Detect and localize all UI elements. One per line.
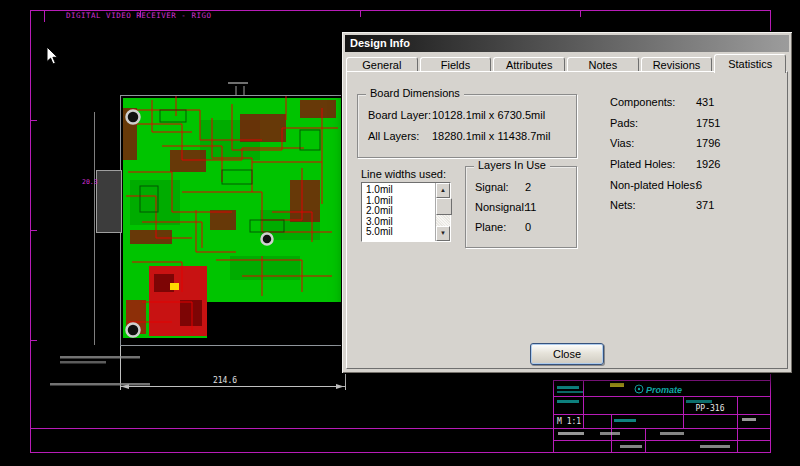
stat-value: 6 — [696, 179, 702, 191]
stat-components: Components: 431 — [610, 96, 782, 117]
list-item[interactable]: 2.0mil — [366, 206, 435, 217]
list-item[interactable]: 5.0mil — [366, 227, 435, 238]
dialog-titlebar[interactable]: Design Info — [345, 35, 789, 52]
group-board-dimensions: Board Dimensions Board Layer: 10128.1mil… — [357, 94, 577, 158]
board-layer-label: Board Layer: — [368, 109, 431, 121]
plane-row: Plane: 0 — [475, 221, 570, 233]
all-layers-row: All Layers: 18280.1mil x 11438.7mil — [368, 130, 568, 142]
title-block: Promate PP-316 M 1:1 — [553, 380, 770, 453]
stat-value: 431 — [696, 96, 714, 108]
pcb-cad-application: DIGITAL VIDEO RECEIVER - RIGO — [0, 0, 800, 466]
tab-notes[interactable]: Notes — [567, 57, 639, 72]
board-layer-value: 10128.1mil x 6730.5mil — [432, 109, 545, 121]
stat-label: Components: — [610, 96, 675, 108]
line-widths-listbox[interactable]: 1.0mil 1.0mil 2.0mil 3.0mil 5.0mil ▲ ▼ — [361, 182, 451, 242]
tab-general[interactable]: General — [346, 57, 418, 72]
scrollbar-thumb[interactable] — [436, 198, 452, 215]
stat-non-plated-holes: Non-plated Holes: 6 — [610, 179, 782, 200]
all-layers-value: 18280.1mil x 11438.7mil — [432, 130, 550, 142]
drawing-title: DIGITAL VIDEO RECEIVER - RIGO — [66, 11, 211, 20]
scroll-up-icon[interactable]: ▲ — [436, 183, 450, 198]
stat-value: 1751 — [696, 117, 720, 129]
listbox-scrollbar[interactable]: ▲ ▼ — [435, 183, 450, 241]
list-item[interactable]: 1.0mil — [366, 185, 435, 196]
tab-revisions[interactable]: Revisions — [641, 57, 713, 72]
stat-value: 1796 — [696, 137, 720, 149]
nonsignal-row: Nonsignal: 11 — [475, 201, 570, 213]
scale-label: M 1:1 — [557, 417, 581, 426]
stat-vias: Vias: 1796 — [610, 137, 782, 158]
nonsignal-label: Nonsignal: — [475, 201, 527, 213]
dialog-tabs: General Fields Attributes Notes Revision… — [346, 54, 788, 72]
all-layers-label: All Layers: — [368, 130, 419, 142]
group-layers-legend: Layers In Use — [474, 159, 550, 171]
tab-attributes[interactable]: Attributes — [493, 57, 565, 72]
dim-left-label: 20.3 — [82, 178, 98, 186]
dialog-title: Design Info — [350, 37, 410, 49]
stat-plated-holes: Plated Holes: 1926 — [610, 158, 782, 179]
stat-pads: Pads: 1751 — [610, 117, 782, 138]
close-button[interactable]: Close — [530, 343, 604, 365]
stat-label: Pads: — [610, 117, 638, 129]
line-widths-items: 1.0mil 1.0mil 2.0mil 3.0mil 5.0mil — [362, 183, 435, 241]
stat-label: Nets: — [610, 199, 636, 211]
tab-fields[interactable]: Fields — [420, 57, 492, 72]
plane-label: Plane: — [475, 221, 506, 233]
board-layer-row: Board Layer: 10128.1mil x 6730.5mil — [368, 109, 568, 121]
highlighted-component — [170, 283, 179, 290]
dim-width-label: 214.6 — [213, 376, 237, 385]
scrollbar-track[interactable] — [436, 198, 450, 226]
signal-value: 2 — [525, 181, 531, 193]
signal-row: Signal: 2 — [475, 181, 570, 193]
nonsignal-value: 11 — [525, 201, 536, 213]
design-info-dialog: Design Info General Fields Attributes No… — [341, 31, 793, 374]
stat-value: 1926 — [696, 158, 720, 170]
stat-label: Plated Holes: — [610, 158, 675, 170]
tab-statistics[interactable]: Statistics — [714, 54, 786, 73]
stat-label: Vias: — [610, 137, 634, 149]
scroll-down-icon[interactable]: ▼ — [436, 226, 450, 241]
line-widths-label: Line widths used: — [361, 168, 446, 180]
statistics-list: Components: 431 Pads: 1751 Vias: 1796 Pl… — [610, 96, 782, 220]
mouse-cursor — [46, 46, 60, 66]
plane-value: 0 — [525, 221, 531, 233]
stat-nets: Nets: 371 — [610, 199, 782, 220]
group-board-dimensions-legend: Board Dimensions — [366, 87, 464, 99]
signal-label: Signal: — [475, 181, 509, 193]
stat-label: Non-plated Holes: — [610, 179, 698, 191]
logo-text: Promate — [646, 385, 682, 395]
group-layers-in-use: Layers In Use Signal: 2 Nonsignal: 11 Pl… — [465, 166, 577, 248]
pcb-board — [97, 82, 352, 346]
statistics-tab-panel: Board Dimensions Board Layer: 10128.1mil… — [346, 71, 788, 369]
stat-value: 371 — [696, 199, 714, 211]
part-number: PP-316 — [696, 404, 725, 413]
